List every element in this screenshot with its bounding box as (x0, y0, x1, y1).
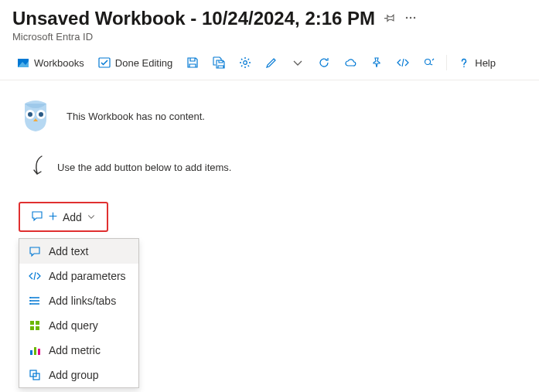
svg-rect-17 (36, 326, 39, 330)
edit-dropdown-button[interactable] (287, 53, 309, 72)
pencil-icon (265, 56, 278, 69)
feedback-button[interactable] (418, 53, 440, 72)
refresh-icon (318, 56, 330, 69)
svg-point-0 (406, 16, 408, 18)
save-button[interactable] (182, 53, 203, 72)
chevron-down-icon (292, 56, 304, 69)
gear-icon (239, 56, 251, 69)
add-menu: Add text Add parameters Add links/tabs A… (19, 238, 139, 388)
svg-rect-15 (36, 321, 39, 325)
svg-rect-19 (34, 347, 36, 355)
menu-item-add-text[interactable]: Add text (19, 239, 138, 264)
done-editing-label: Done Editing (115, 57, 172, 69)
svg-point-11 (29, 297, 31, 298)
save-icon (186, 56, 199, 69)
plus-icon (48, 211, 58, 223)
add-chat-icon (31, 210, 43, 224)
more-icon[interactable] (404, 12, 417, 26)
menu-item-label: Add parameters (49, 270, 126, 282)
done-editing-button[interactable]: Done Editing (94, 53, 177, 72)
svg-point-1 (410, 16, 411, 18)
toolbar-separator (446, 55, 447, 70)
help-icon (458, 56, 470, 69)
svg-rect-18 (30, 350, 32, 355)
menu-item-add-query[interactable]: Add query (19, 313, 138, 338)
menu-item-add-parameters[interactable]: Add parameters (19, 264, 138, 288)
svg-point-9 (28, 112, 32, 117)
svg-point-5 (244, 61, 247, 65)
group-icon (29, 369, 41, 381)
workbooks-button[interactable]: Workbooks (12, 53, 89, 72)
svg-rect-20 (38, 349, 40, 355)
edit-button[interactable] (261, 53, 282, 72)
workbooks-icon (17, 56, 29, 69)
save-as-button[interactable] (208, 53, 230, 72)
svg-rect-16 (30, 326, 34, 330)
done-editing-icon (98, 56, 111, 69)
breadcrumb: Microsoft Entra ID (12, 31, 527, 43)
menu-item-label: Add text (49, 245, 88, 257)
svg-point-13 (29, 303, 31, 305)
owl-illustration (19, 99, 53, 133)
svg-point-2 (414, 16, 415, 18)
code-button[interactable] (392, 53, 414, 72)
svg-point-6 (425, 60, 431, 65)
empty-message: This Workbook has no content. (67, 111, 205, 122)
svg-point-12 (29, 300, 31, 302)
pin-toolbar-icon (370, 56, 383, 69)
share-button[interactable] (339, 53, 361, 72)
refresh-button[interactable] (313, 53, 335, 72)
menu-item-add-links-tabs[interactable]: Add links/tabs (19, 288, 138, 313)
page-title: Unsaved Workbook - 10/24/2024, 2:16 PM (12, 8, 375, 29)
menu-item-label: Add group (49, 369, 99, 381)
query-icon (29, 319, 41, 332)
parameters-icon (29, 270, 41, 282)
text-icon (29, 245, 41, 257)
workbooks-label: Workbooks (34, 57, 84, 69)
metric-icon (29, 344, 41, 356)
svg-point-10 (39, 112, 43, 117)
code-icon (397, 56, 409, 69)
empty-hint: Use the add button below to add items. (57, 162, 231, 173)
arrow-down-icon (31, 155, 46, 180)
save-as-icon (213, 56, 225, 69)
menu-item-add-metric[interactable]: Add metric (19, 338, 138, 363)
toolbar: Workbooks Done Editing (0, 46, 539, 80)
menu-item-label: Add query (49, 319, 98, 332)
help-button[interactable]: Help (453, 53, 500, 72)
feedback-icon (423, 56, 435, 69)
svg-rect-14 (30, 321, 34, 325)
menu-item-label: Add metric (49, 344, 101, 356)
menu-item-add-group[interactable]: Add group (19, 363, 138, 387)
cloud-icon (344, 56, 356, 69)
pin-icon[interactable] (384, 12, 395, 26)
add-label: Add (63, 211, 82, 223)
add-button[interactable]: Add (19, 202, 108, 232)
menu-item-label: Add links/tabs (49, 295, 116, 307)
help-label: Help (475, 57, 496, 69)
chevron-down-icon (87, 211, 96, 223)
settings-button[interactable] (234, 53, 256, 72)
links-icon (29, 295, 41, 307)
pin-button[interactable] (366, 53, 387, 72)
